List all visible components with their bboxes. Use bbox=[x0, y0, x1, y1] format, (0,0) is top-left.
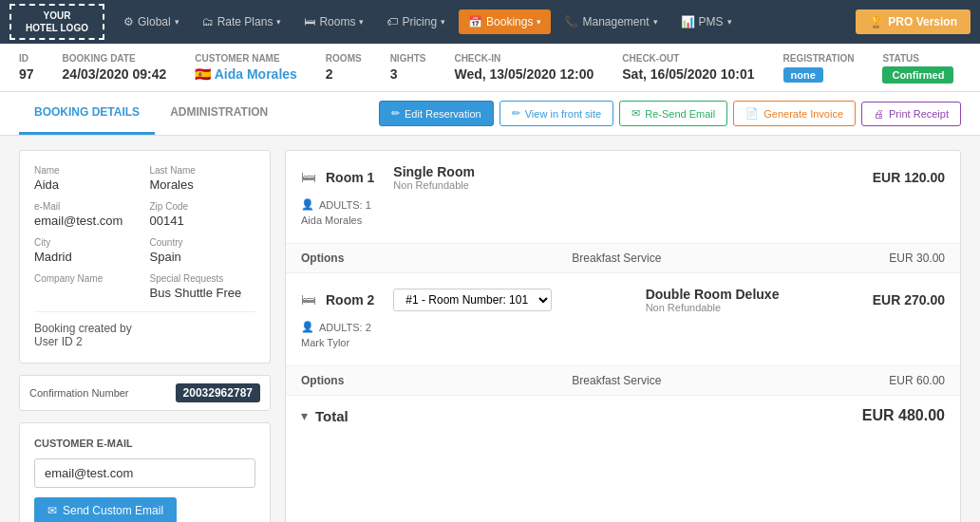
chevron-down-icon[interactable]: ▾ bbox=[301, 408, 308, 423]
resend-email-button[interactable]: ✉ Re-Send Email bbox=[619, 101, 727, 126]
rooms-field: ROOMS 2 bbox=[326, 53, 362, 82]
status-field: STATUS Confirmed bbox=[882, 53, 953, 82]
nav-management[interactable]: 📞 Management ▾ bbox=[555, 9, 667, 34]
clipboard-icon: 🗂 bbox=[202, 15, 214, 28]
external-link-icon: ✏ bbox=[512, 107, 520, 120]
room2-meta: 👤 ADULTS: 2 bbox=[301, 321, 945, 333]
navbar: YOUR HOTEL LOGO ⚙ Global ▾ 🗂 Rate Plans … bbox=[0, 0, 980, 44]
pro-version-button[interactable]: 🏆 PRO Version bbox=[856, 9, 971, 34]
total-label: Total bbox=[315, 408, 349, 424]
room1-options-row: Options Breakfast Service EUR 30.00 bbox=[286, 244, 960, 273]
flag-icon: 🇪🇸 bbox=[195, 66, 211, 82]
edit-icon: ✏ bbox=[391, 107, 400, 120]
customer-info-card: Name Aida Last Name Morales e-Mail email… bbox=[19, 150, 271, 364]
room2-dropdown[interactable]: #1 - Room Number: 101 bbox=[393, 289, 552, 311]
total-collapse: ▾ Total bbox=[301, 408, 349, 424]
printer-icon: 🖨 bbox=[874, 108, 884, 120]
name-field: Name Aida bbox=[34, 165, 141, 192]
email-field: e-Mail email@test.com bbox=[34, 201, 141, 228]
zipcode-field: Zip Code 00141 bbox=[150, 201, 256, 228]
room2-type-sub: Non Refundable bbox=[646, 302, 780, 313]
customer-name-link[interactable]: 🇪🇸 Aida Morales bbox=[195, 66, 297, 82]
caret-icon: ▾ bbox=[653, 17, 658, 27]
company-field: Company Name bbox=[34, 273, 141, 300]
booking-date-field: BOOKING DATE 24/03/2020 09:42 bbox=[63, 53, 167, 82]
nav-global[interactable]: ⚙ Global ▾ bbox=[114, 9, 189, 34]
confirmation-box: Confirmation Number 20032962787 bbox=[19, 375, 271, 411]
room1-title-area: 🛏 Room 1 bbox=[301, 169, 374, 186]
tabs-bar: BOOKING DETAILS ADMINISTRATION ✏ Edit Re… bbox=[0, 92, 980, 136]
checkout-field: CHECK-OUT Sat, 16/05/2020 10:01 bbox=[622, 53, 754, 82]
left-panel: Name Aida Last Name Morales e-Mail email… bbox=[19, 150, 271, 522]
gear-icon: ⚙ bbox=[123, 15, 134, 28]
room1-header: 🛏 Room 1 Single Room Non Refundable EUR … bbox=[301, 164, 945, 191]
bed-icon: 🛏 bbox=[301, 291, 316, 308]
country-field: Country Spain bbox=[150, 237, 256, 264]
room2-options-row: Options Breakfast Service EUR 60.00 bbox=[286, 366, 960, 396]
generate-invoice-button[interactable]: 📄 Generate Invoice bbox=[733, 101, 856, 126]
booking-id-field: ID 97 bbox=[19, 53, 34, 82]
caret-icon: ▾ bbox=[276, 17, 281, 27]
print-receipt-button[interactable]: 🖨 Print Receipt bbox=[861, 102, 961, 126]
room2-section: 🛏 Room 2 #1 - Room Number: 101 Double Ro… bbox=[286, 273, 960, 366]
room2-type-name: Double Room Deluxe bbox=[646, 287, 780, 302]
phone-icon: 📞 bbox=[564, 15, 578, 28]
person-icon: 👤 bbox=[301, 321, 314, 333]
nav-pms[interactable]: 📊 PMS ▾ bbox=[671, 9, 742, 34]
room2-title: Room 2 bbox=[326, 292, 374, 308]
customer-email-input[interactable] bbox=[34, 458, 255, 488]
city-field: City Madrid bbox=[34, 237, 141, 264]
bed-icon: 🛏 bbox=[301, 169, 316, 186]
nav-pricing[interactable]: 🏷 Pricing ▾ bbox=[377, 9, 455, 34]
room2-price: EUR 270.00 bbox=[873, 292, 945, 308]
envelope-icon: ✉ bbox=[47, 504, 57, 517]
view-front-site-button[interactable]: ✏ View in front site bbox=[499, 101, 614, 126]
mail-icon: ✉ bbox=[631, 107, 640, 120]
caret-icon: ▾ bbox=[175, 17, 179, 27]
nights-field: NIGHTS 3 bbox=[390, 53, 426, 82]
room1-section: 🛏 Room 1 Single Room Non Refundable EUR … bbox=[286, 151, 960, 244]
room1-type-sub: Non Refundable bbox=[393, 179, 475, 191]
nav-rate-plans[interactable]: 🗂 Rate Plans ▾ bbox=[193, 9, 292, 34]
room1-meta: 👤 ADULTS: 1 bbox=[301, 198, 945, 211]
checkin-field: CHECK-IN Wed, 13/05/2020 12:00 bbox=[454, 53, 594, 82]
right-panel: 🛏 Room 1 Single Room Non Refundable EUR … bbox=[285, 150, 961, 522]
tag-icon: 🏷 bbox=[386, 15, 398, 28]
edit-reservation-button[interactable]: ✏ Edit Reservation bbox=[379, 101, 494, 126]
total-row: ▾ Total EUR 480.00 bbox=[286, 396, 960, 436]
caret-icon: ▾ bbox=[441, 17, 445, 27]
hotel-logo[interactable]: YOUR HOTEL LOGO bbox=[9, 4, 104, 40]
tab-booking-details[interactable]: BOOKING DETAILS bbox=[19, 92, 155, 135]
caret-icon: ▾ bbox=[359, 17, 364, 27]
room2-header: 🛏 Room 2 #1 - Room Number: 101 Double Ro… bbox=[301, 287, 945, 313]
status-badge: Confirmed bbox=[882, 66, 953, 84]
booking-note: Booking created by User ID 2 bbox=[34, 311, 255, 348]
main-content: Name Aida Last Name Morales e-Mail email… bbox=[0, 136, 980, 522]
booking-bar: ID 97 BOOKING DATE 24/03/2020 09:42 CUST… bbox=[0, 44, 980, 92]
caret-icon: ▾ bbox=[537, 17, 541, 27]
nav-bookings[interactable]: 📅 Bookings ▾ bbox=[459, 9, 551, 34]
lastname-field: Last Name Morales bbox=[150, 165, 256, 192]
total-amount: EUR 480.00 bbox=[862, 407, 945, 424]
nav-rooms[interactable]: 🛏 Rooms ▾ bbox=[294, 9, 373, 34]
tabs-left: BOOKING DETAILS ADMINISTRATION bbox=[19, 92, 283, 135]
document-icon: 📄 bbox=[745, 107, 759, 120]
confirmation-number: 20032962787 bbox=[176, 383, 260, 402]
room1-guest: Aida Morales bbox=[301, 214, 945, 226]
tab-administration[interactable]: ADMINISTRATION bbox=[155, 92, 283, 135]
email-section: CUSTOMER E-MAIL ✉ Send Custom Email bbox=[19, 422, 271, 522]
registration-badge: none bbox=[783, 67, 823, 83]
registration-field: REGISTRATION none bbox=[783, 53, 855, 82]
special-requests-field: Special Requests Bus Shuttle Free bbox=[150, 273, 256, 300]
bed-icon: 🛏 bbox=[304, 15, 315, 28]
calendar-icon: 📅 bbox=[468, 15, 482, 28]
room1-price: EUR 120.00 bbox=[873, 170, 945, 185]
room1-title: Room 1 bbox=[326, 170, 374, 185]
tabs-actions: ✏ Edit Reservation ✏ View in front site … bbox=[379, 101, 961, 126]
customer-name-field: CUSTOMER NAME 🇪🇸 Aida Morales bbox=[195, 53, 297, 82]
send-custom-email-button[interactable]: ✉ Send Custom Email bbox=[34, 497, 177, 522]
person-icon: 👤 bbox=[301, 198, 314, 211]
email-section-title: CUSTOMER E-MAIL bbox=[34, 438, 255, 449]
room2-guest: Mark Tylor bbox=[301, 337, 945, 348]
trophy-icon: 🏆 bbox=[869, 15, 883, 28]
